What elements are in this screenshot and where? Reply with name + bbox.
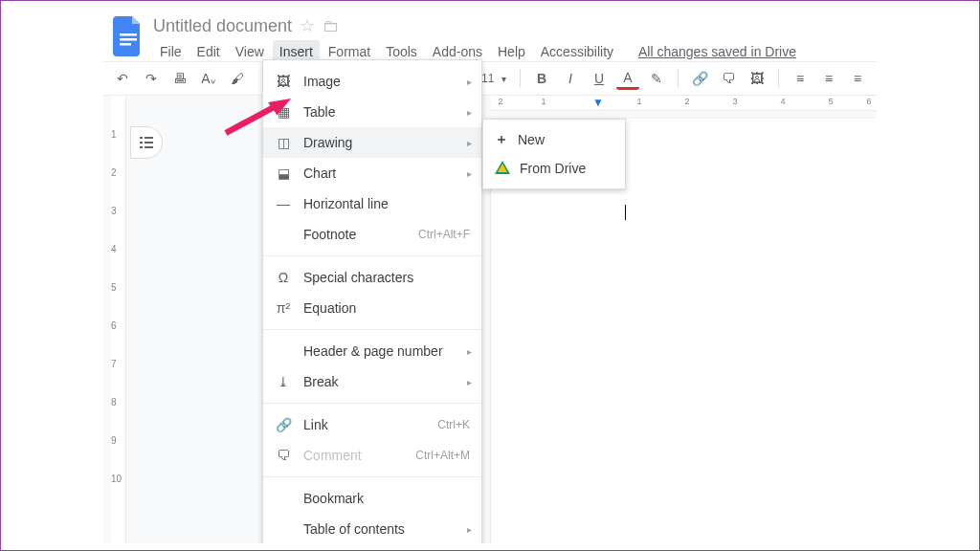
spellcheck-button[interactable]: Aᵥ <box>197 67 220 90</box>
menu-item-chart[interactable]: ⬓Chart▸ <box>263 158 481 188</box>
toolbar-separator <box>520 69 521 88</box>
menu-item-drawing[interactable]: ◫Drawing▸ <box>263 127 481 158</box>
svg-rect-3 <box>140 137 143 139</box>
toolbar: ↶ ↷ 🖶 Aᵥ 🖌 11 B I U A ✎ 🔗 🗨 🖼 ≡ ≡ ≡ <box>103 61 877 96</box>
chevron-right-icon: ▸ <box>467 107 472 118</box>
menu-accessibility[interactable]: Accessibility <box>534 40 620 63</box>
insert-link-button[interactable]: 🔗 <box>688 67 711 90</box>
menu-item-image[interactable]: 🖼Image▸ <box>263 66 481 97</box>
menu-divider <box>263 403 481 404</box>
drawing-icon: ◫ <box>275 135 292 150</box>
menu-item-table-of-contents[interactable]: Table of contents▸ <box>263 514 481 543</box>
break-icon: ⤓ <box>275 374 292 389</box>
show-outline-button[interactable] <box>130 126 163 159</box>
chevron-right-icon: ▸ <box>467 524 472 535</box>
menu-divider <box>263 255 481 256</box>
vertical-ruler: 1 2 3 4 5 6 7 8 9 10 <box>111 96 126 543</box>
shortcut-text: Ctrl+Alt+F <box>418 228 470 241</box>
table-icon: ▦ <box>275 104 292 120</box>
menu-item-horizontal-line[interactable]: —Horizontal line <box>263 188 481 219</box>
align-left-button[interactable]: ≡ <box>789 67 812 90</box>
titlebar: Untitled document ☆ 🗀 File Edit View Ins… <box>103 8 877 61</box>
shortcut-text: Ctrl+K <box>437 418 470 431</box>
menu-divider <box>263 329 481 330</box>
paint-format-button[interactable]: 🖌 <box>226 67 249 90</box>
menu-item-header-page-number[interactable]: Header & page number▸ <box>263 336 481 366</box>
svg-rect-2 <box>120 43 131 46</box>
svg-rect-6 <box>145 142 153 143</box>
menu-item-comment: 🗨CommentCtrl+Alt+M <box>263 440 481 471</box>
print-button[interactable]: 🖶 <box>168 67 191 90</box>
menu-divider <box>263 476 481 477</box>
text-color-button[interactable]: A <box>616 67 639 90</box>
comment-icon: 🗨 <box>275 448 292 463</box>
italic-button[interactable]: I <box>559 67 582 90</box>
align-right-button[interactable]: ≡ <box>846 67 869 90</box>
submenu-item-new[interactable]: ＋New <box>483 125 625 154</box>
align-center-button[interactable]: ≡ <box>817 67 840 90</box>
redo-button[interactable]: ↷ <box>140 67 163 90</box>
bold-button[interactable]: B <box>530 67 553 90</box>
menu-edit[interactable]: Edit <box>190 40 227 63</box>
menu-item-bookmark[interactable]: Bookmark <box>263 483 481 514</box>
plus-icon: ＋ <box>495 131 508 148</box>
insert-comment-button[interactable]: 🗨 <box>717 67 740 90</box>
undo-button[interactable]: ↶ <box>111 67 134 90</box>
pi-icon: π² <box>275 300 292 316</box>
menu-item-table[interactable]: ▦Table▸ <box>263 97 481 127</box>
chevron-right-icon: ▸ <box>467 346 472 357</box>
insert-image-button[interactable]: 🖼 <box>746 67 768 90</box>
svg-rect-1 <box>120 38 137 41</box>
toolbar-separator <box>678 69 679 88</box>
chart-icon: ⬓ <box>275 165 292 181</box>
menu-item-equation[interactable]: π²Equation <box>263 293 481 323</box>
chevron-right-icon: ▸ <box>467 77 472 87</box>
menu-item-special-characters[interactable]: ΩSpecial characters <box>263 262 481 293</box>
svg-rect-7 <box>140 146 143 148</box>
svg-rect-5 <box>140 142 143 143</box>
svg-rect-4 <box>145 137 153 139</box>
indent-marker-icon[interactable]: ▼ <box>592 96 604 109</box>
svg-rect-8 <box>145 146 153 148</box>
toolbar-separator <box>778 69 779 88</box>
star-icon[interactable]: ☆ <box>300 15 315 36</box>
drive-icon <box>495 161 510 176</box>
line-icon: — <box>275 196 292 211</box>
folder-icon[interactable]: 🗀 <box>323 16 340 36</box>
highlight-button[interactable]: ✎ <box>645 67 668 90</box>
document-title[interactable]: Untitled document <box>153 16 292 36</box>
shortcut-text: Ctrl+Alt+M <box>415 449 470 462</box>
save-state[interactable]: All changes saved in Drive <box>632 40 803 63</box>
submenu-item-from-drive[interactable]: From Drive <box>483 154 625 183</box>
menu-item-link[interactable]: 🔗LinkCtrl+K <box>263 409 481 440</box>
chevron-right-icon: ▸ <box>467 377 472 387</box>
insert-menu-dropdown: 🖼Image▸ ▦Table▸ ◫Drawing▸ ⬓Chart▸ —Horiz… <box>262 59 482 543</box>
text-cursor <box>625 205 626 220</box>
menu-item-break[interactable]: ⤓Break▸ <box>263 366 481 397</box>
menu-help[interactable]: Help <box>491 40 532 63</box>
underline-button[interactable]: U <box>588 67 611 90</box>
docs-logo-icon[interactable] <box>111 13 145 59</box>
chevron-right-icon: ▸ <box>467 138 472 148</box>
image-icon: 🖼 <box>275 74 292 89</box>
menu-item-footnote[interactable]: FootnoteCtrl+Alt+F <box>263 219 481 250</box>
link-icon: 🔗 <box>275 417 292 432</box>
horizontal-ruler: 2 1 ▼ 1 2 3 4 5 6 <box>491 96 877 111</box>
font-size-dropdown[interactable]: 11 <box>478 67 510 90</box>
svg-rect-0 <box>120 33 137 36</box>
omega-icon: Ω <box>275 270 292 285</box>
drawing-submenu: ＋New From Drive <box>482 119 626 189</box>
chevron-right-icon: ▸ <box>467 168 472 179</box>
menu-file[interactable]: File <box>153 40 189 63</box>
